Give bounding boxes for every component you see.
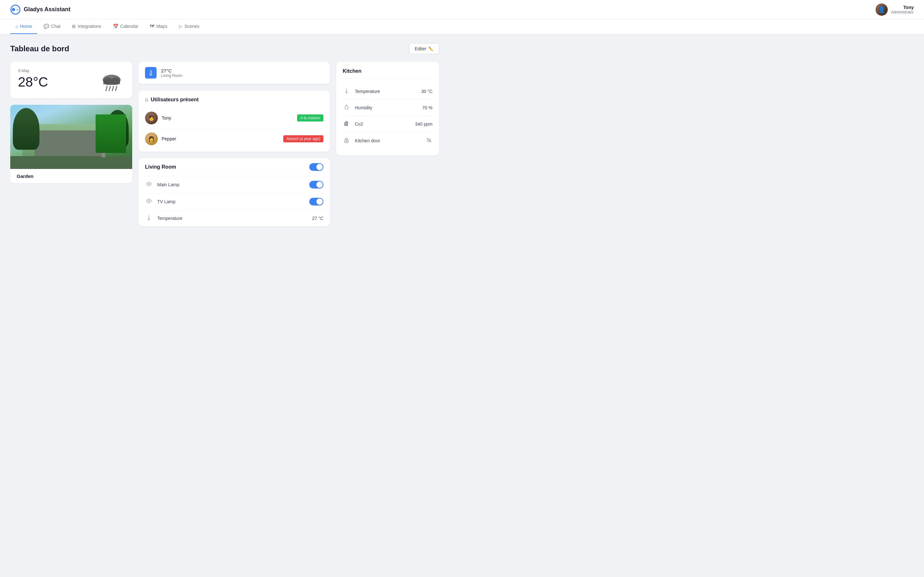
home-icon-small: ⌂	[145, 97, 148, 103]
nav-maps[interactable]: 🗺 Maps	[145, 19, 172, 34]
kitchen-door-name: Kitchen door	[355, 138, 422, 143]
svg-rect-19	[347, 122, 348, 126]
kitchen-card: Kitchen Temperature 30 °C	[336, 62, 439, 155]
svg-line-8	[109, 86, 110, 91]
middle-column: 27°C Living Room ⌂ Utilisateurs présent …	[139, 62, 330, 226]
dashboard-grid: 9 May 28°C	[10, 62, 439, 226]
main-content: Tableau de bord Editer ✏️ 9 May 28°C	[0, 34, 449, 235]
temp-sensor-name: Temperature	[157, 216, 308, 221]
living-room-temp-card: 27°C Living Room	[139, 62, 330, 84]
kitchen-row-co2: Co2 340 ppm	[342, 116, 433, 132]
device-row-temperature: Temperature 27 °C	[139, 210, 330, 226]
nav-integrations[interactable]: ⊞ Integrations	[67, 19, 106, 34]
nav-integrations-label: Integrations	[78, 24, 101, 29]
svg-point-11	[148, 183, 150, 185]
eye-icon-tv	[145, 198, 153, 205]
svg-rect-18	[346, 121, 347, 126]
weather-temp: 28°C	[18, 74, 48, 90]
user-row-tony: 🧑 Tony A la maison	[145, 108, 323, 129]
integrations-icon: ⊞	[72, 24, 76, 29]
weather-info: 9 May 28°C	[18, 68, 48, 90]
scenes-icon: ▷	[179, 24, 183, 29]
svg-point-16	[346, 92, 347, 93]
garden-image	[10, 105, 132, 169]
nav-calendar-label: Calendar	[120, 24, 139, 29]
co2-icon	[342, 121, 351, 127]
user-tony-badge: A la maison	[297, 114, 323, 121]
thermometer-icon	[148, 70, 153, 76]
temp-details: 27°C Living Room	[161, 68, 323, 78]
svg-point-2	[16, 9, 18, 11]
user-info: Tony Administrator	[891, 5, 914, 15]
kitchen-humidity-value: 70 %	[422, 105, 433, 110]
svg-line-9	[112, 86, 113, 91]
living-room-title: Living Room	[145, 164, 176, 170]
user-name: Tony	[891, 5, 914, 10]
user-avatar-pepper: 👩	[145, 132, 158, 145]
thermometer-icon-small	[145, 215, 153, 222]
nav-home[interactable]: ⌂ Home	[10, 19, 37, 34]
kitchen-humidity-name: Humidity	[355, 105, 418, 110]
page-title: Tableau de bord	[10, 44, 69, 53]
user-avatar-tony: 🧑	[145, 111, 158, 124]
nav-home-label: Home	[20, 24, 32, 29]
calendar-icon: 📅	[113, 24, 118, 29]
svg-point-1	[12, 8, 15, 11]
device-row-main-lamp: Main Lamp	[139, 176, 330, 193]
user-pepper-name: Pepper	[162, 136, 279, 141]
rain-icon	[99, 71, 124, 93]
eye-icon-main	[145, 181, 153, 188]
main-lamp-toggle[interactable]	[309, 181, 323, 189]
chat-icon: 💬	[44, 24, 49, 29]
users-section-title: ⌂ Utilisateurs présent	[145, 97, 323, 103]
main-nav: ⌂ Home 💬 Chat ⊞ Integrations 📅 Calendar …	[0, 19, 924, 34]
logo-area: Gladys Assistant	[10, 5, 70, 15]
user-tony-name: Tony	[162, 115, 293, 121]
nav-calendar[interactable]: 📅 Calendar	[108, 19, 144, 34]
user-pepper-badge: Absent (a year ago)	[283, 135, 323, 142]
kitchen-door-value	[426, 137, 433, 145]
home-icon: ⌂	[15, 24, 18, 29]
living-room-header: Living Room	[139, 158, 330, 176]
kitchen-co2-value: 340 ppm	[415, 121, 433, 127]
garden-card: Garden	[10, 105, 132, 183]
nav-scenes-label: Scenes	[184, 24, 200, 29]
kitchen-row-temp: Temperature 30 °C	[342, 83, 433, 100]
garden-label: Garden	[10, 169, 132, 183]
kitchen-temp-value: 30 °C	[421, 89, 433, 94]
temp-location: Living Room	[161, 73, 323, 78]
lock-icon	[342, 137, 351, 144]
users-card: ⌂ Utilisateurs présent 🧑 Tony A la maiso…	[139, 90, 330, 152]
living-room-toggle[interactable]	[309, 163, 323, 171]
kitchen-title: Kitchen	[342, 68, 433, 78]
tv-lamp-toggle[interactable]	[309, 198, 323, 205]
nav-scenes[interactable]: ▷ Scenes	[174, 19, 205, 34]
users-title-text: Utilisateurs présent	[151, 97, 199, 103]
weather-date: 9 May	[18, 68, 48, 73]
svg-rect-6	[103, 80, 120, 84]
edit-icon: ✏️	[428, 47, 433, 51]
nav-chat-label: Chat	[51, 24, 61, 29]
user-role: Administrator	[891, 10, 914, 15]
user-area: 👤 Tony Administrator	[876, 3, 914, 16]
gladys-logo-icon	[10, 5, 21, 15]
living-room-card: Living Room Main Lamp	[139, 158, 330, 226]
page-header: Tableau de bord Editer ✏️	[10, 43, 439, 54]
weather-icon-area	[99, 68, 124, 93]
kitchen-co2-name: Co2	[355, 121, 411, 127]
humidity-icon	[342, 104, 351, 111]
edit-button[interactable]: Editer ✏️	[409, 43, 439, 54]
device-row-tv-lamp: TV Lamp	[139, 193, 330, 210]
tv-lamp-name: TV Lamp	[157, 199, 305, 204]
weather-card: 9 May 28°C	[10, 62, 132, 98]
nav-chat[interactable]: 💬 Chat	[39, 19, 66, 34]
main-lamp-name: Main Lamp	[157, 182, 305, 187]
temp-value: 27°C	[161, 68, 323, 73]
svg-line-7	[106, 86, 107, 91]
left-column: 9 May 28°C	[10, 62, 132, 183]
kitchen-row-door: Kitchen door	[342, 132, 433, 149]
maps-icon: 🗺	[150, 24, 154, 29]
app-header: Gladys Assistant 👤 Tony Administrator	[0, 0, 924, 19]
temp-sensor-value: 27 °C	[312, 216, 323, 221]
temp-icon-box	[145, 67, 157, 79]
